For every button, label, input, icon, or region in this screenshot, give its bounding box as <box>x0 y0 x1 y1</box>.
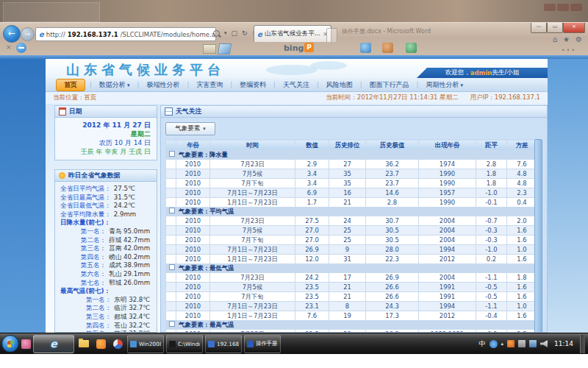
toolbar-addon-icon-3[interactable] <box>406 43 417 53</box>
toolbar-addon-icon-2[interactable] <box>382 43 393 53</box>
show-hidden-icons[interactable]: ▴ <box>501 341 504 347</box>
table-cell: 23.5 <box>295 292 329 302</box>
tray-icon-1[interactable] <box>507 340 514 347</box>
sun-icon <box>59 172 65 179</box>
table-row[interactable]: 20107月23日2.92736.219742.87.6 <box>166 160 537 169</box>
table-cell: 27.0 <box>295 236 329 245</box>
table-body: 气象要素：降水量20107月23日2.92736.219742.87.62010… <box>166 151 537 333</box>
start-button[interactable] <box>1 335 19 353</box>
table-row[interactable]: 20107月1日～7月23日6.91614.61957-1.02.3 <box>166 188 537 198</box>
tray-flag-icon[interactable] <box>518 340 526 347</box>
taskbar-clock[interactable]: 11:14 <box>554 340 573 347</box>
compat-page-icon[interactable]: ▢ <box>232 29 238 37</box>
table-row[interactable]: 20107月5候27.02530.52004-0.31.6 <box>166 226 537 236</box>
new-tab-button[interactable] <box>326 28 337 42</box>
checkbox[interactable] <box>169 264 175 270</box>
rank-section-title: 日降水量(前七)： <box>59 219 153 227</box>
more-options-icon[interactable]: ••• <box>562 47 576 54</box>
maximize-button[interactable]: ▭ <box>547 23 563 33</box>
checkbox[interactable] <box>169 208 175 213</box>
table-row[interactable]: 20107月下旬27.02530.52004-0.31.6 <box>166 236 537 245</box>
group-label: 气象要素：最高气温 <box>179 321 234 328</box>
show-desktop-button[interactable] <box>580 335 585 353</box>
ie-taskbar-button[interactable]: e <box>33 335 74 353</box>
bing-logo[interactable]: bing <box>284 43 304 53</box>
favorites-star-icon[interactable]: ★ <box>563 35 570 43</box>
back-button[interactable]: ← <box>3 25 21 43</box>
ie-tab-icon: e <box>257 30 262 38</box>
table-cell: 14.6 <box>366 188 419 198</box>
table-group-row[interactable]: 气象要素：平均气温 <box>166 208 537 216</box>
table-row[interactable]: 20107月23日24.21726.92004-1.11.8 <box>166 273 537 283</box>
nav-item-0[interactable]: 首页 <box>56 79 85 91</box>
stat-label: 全省日最低气温： <box>60 202 111 210</box>
gear-icon[interactable]: ⚙ <box>576 35 582 43</box>
checkbox[interactable] <box>169 321 175 327</box>
volume-icon[interactable] <box>540 340 548 347</box>
pinned-app-icon[interactable] <box>21 339 31 349</box>
table-row[interactable]: 20107月下旬23.52126.61991-0.51.6 <box>166 292 537 302</box>
nav-item-8[interactable]: 周期性分析 ▾ <box>423 79 466 91</box>
checkbox[interactable] <box>169 151 175 157</box>
taskbar-window-button-2[interactable]: 192.168.59.99... <box>205 335 242 353</box>
background-window-fragment <box>3 2 100 22</box>
taskbar-window-button-1[interactable]: C:\Windows\s... <box>166 335 203 353</box>
table-group-row[interactable]: 气象要素：降水量 <box>166 151 537 160</box>
table-row[interactable]: 20101月1日～7月23日7.61917.32012-0.41.6 <box>166 311 537 321</box>
rank-section-title: 最高气温(前七)： <box>59 287 153 296</box>
table-cell: -0.1 <box>476 198 507 208</box>
rank-label: 第二名： <box>86 304 111 313</box>
table-row[interactable]: 20107月下旬3.43523.719901.84.8 <box>166 179 537 188</box>
table-row[interactable]: 20107月5候23.52126.61991-0.51.6 <box>166 283 537 292</box>
nav-item-4[interactable]: 整编资料 <box>237 79 269 91</box>
table-row[interactable]: 20107月5候3.43523.719901.84.8 <box>166 169 537 179</box>
table-group-row[interactable]: 气象要素：最低气温 <box>166 264 537 273</box>
refresh-icon[interactable]: ↻ <box>242 29 248 37</box>
table-cell: 4.8 <box>507 179 537 188</box>
bar-close-icon[interactable]: × <box>6 43 12 51</box>
rank-value: 莒南 42.0mm <box>109 244 150 253</box>
mail-icon[interactable] <box>203 44 216 54</box>
nav-separator: │ <box>359 82 363 88</box>
table-row[interactable]: 20101月1日～7月23日12.03122.320120.21.6 <box>166 255 537 264</box>
table-row[interactable]: 20107月1日～7月23日23.1824.31994-1.11.0 <box>166 302 537 311</box>
chevron-down-icon[interactable]: ▾ <box>224 30 227 36</box>
search-icon[interactable] <box>213 30 220 37</box>
tray-network-icon[interactable] <box>529 340 537 347</box>
element-filter-button[interactable]: 气象要素 ▾ <box>165 122 215 135</box>
nav-item-7[interactable]: 图面下行产品 <box>367 79 412 91</box>
taskbar-window-button-3[interactable]: 操作手册.docx ... <box>244 335 281 353</box>
media-player-taskbar-icon[interactable] <box>110 335 125 353</box>
browser-tab[interactable]: e 山东省气候业务平... × <box>254 25 331 42</box>
table-cell: 2010 <box>176 188 210 198</box>
table-cell: 7月1日～7月23日 <box>210 302 295 311</box>
table-cell: 1994 <box>419 302 476 311</box>
send-icon[interactable] <box>218 43 232 54</box>
nav-item-6[interactable]: 风险地图 <box>323 79 356 91</box>
table-row[interactable]: 20107月1日～7月23日26.9928.01994-1.01.0 <box>166 245 537 255</box>
ime-indicator[interactable]: 中 <box>479 339 486 349</box>
close-button[interactable]: × <box>563 23 585 33</box>
toolbar-addon-icon-1[interactable] <box>360 43 371 53</box>
nav-item-1[interactable]: 数据分析 ▾ <box>96 79 133 91</box>
taskbar-window-button-0[interactable]: Win2008 (VS2... <box>127 335 164 353</box>
forward-button[interactable]: → <box>21 27 35 41</box>
pinned-orange-app-icon[interactable] <box>93 335 108 353</box>
table-scrollbar[interactable] <box>534 139 542 333</box>
table-row[interactable]: 20107月23日27.52430.72004-0.72.0 <box>166 216 537 226</box>
tray-app-icon[interactable] <box>490 340 498 348</box>
explorer-taskbar-icon[interactable] <box>76 335 91 353</box>
nav-separator: │ <box>316 82 320 88</box>
page-content: 山东省气候业务平台 欢迎您，admin 先生/小姐 首页│数据分析 ▾│极端性分… <box>46 59 548 333</box>
nav-item-5[interactable]: 天气关注 <box>280 79 312 91</box>
nav-item-2[interactable]: 极端性分析 <box>143 79 182 91</box>
nav-item-3[interactable]: 灾害查询 <box>193 79 226 91</box>
bing-badge-icon[interactable]: P <box>304 43 314 52</box>
minimize-button[interactable]: — <box>531 23 547 33</box>
stat-value: 31.5℃ <box>114 194 135 202</box>
table-group-row[interactable]: 气象要素：最高气温 <box>166 321 537 330</box>
screenshot-bottom-margin <box>0 354 588 368</box>
address-bar[interactable]: e http://192.168.137.1/SLCCLIMATE/module… <box>35 27 216 41</box>
home-icon[interactable]: ⌂ <box>553 35 557 43</box>
table-row[interactable]: 20101月1日～7月23日1.7212.81990-0.10.4 <box>166 198 537 208</box>
